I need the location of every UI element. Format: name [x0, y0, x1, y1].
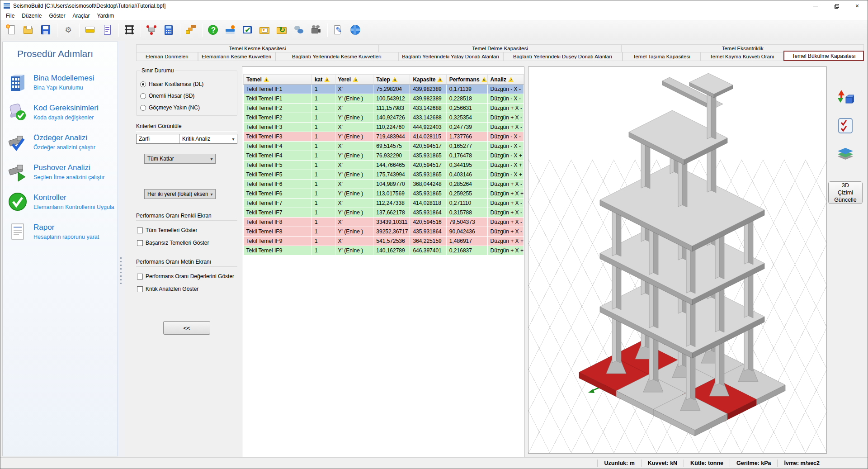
- tab-temel-delme-kapasitesi[interactable]: Temel Delme Kapasitesi: [379, 44, 622, 52]
- sort-order-badge: 3: [353, 77, 359, 82]
- table-row[interactable]: Tekil Temel IF11X'75,298204439,9823890,1…: [244, 85, 524, 94]
- table-row[interactable]: Tekil Temel IF41Y' (Enine )76,932290435,…: [244, 151, 524, 161]
- pushover-icon: [7, 161, 28, 182]
- sidebar-item--zde-er-analizi[interactable]: Özdeğer AnaliziÖzdeğer analizini çalıştı…: [3, 127, 118, 157]
- envelope-combobox[interactable]: Zarfi Kritik Analiz ▾: [136, 134, 237, 144]
- support-icon[interactable]: [292, 24, 306, 37]
- checkbox-ba-ar-s-z-temelleri-g-ster[interactable]: Başarısız Temelleri Göster: [137, 240, 237, 246]
- sidebar-item-kod-gereksinimleri[interactable]: Kod GereksinimleriKoda dayalı değişkenle…: [3, 97, 118, 127]
- table-row[interactable]: Tekil Temel IF71Y' (Enine )137,662178435…: [244, 208, 524, 218]
- menu-item-göster[interactable]: Göster: [45, 12, 69, 20]
- column-header-yerel[interactable]: Yerel3: [335, 75, 373, 85]
- update-3d-drawing-button[interactable]: 3DÇizimi Güncelle: [828, 181, 863, 204]
- menu-item-file[interactable]: File: [2, 12, 18, 20]
- settings-icon[interactable]: ⚙: [61, 24, 75, 37]
- table-row[interactable]: Tekil Temel IF51X'144,766465420,5945170,…: [244, 161, 524, 170]
- results-table-panel: Temel1kat2Yerel3Talep4Kapasite5Performan…: [242, 66, 524, 457]
- checkbox-performans-oran-de-erlerini-g-ster[interactable]: Performans Oranı Değerlerini Göster: [137, 273, 237, 280]
- tab-ba-lant-yerlerindeki-d-ey-donat-alanlar-[interactable]: Bağlantı Yerlerindeki Düşey Donatı Alanl…: [503, 52, 623, 61]
- section-cut-icon[interactable]: [84, 24, 97, 37]
- toolbar: ⚙?✔↻✎: [0, 20, 868, 40]
- web-globe-icon[interactable]: [349, 24, 363, 37]
- viewport-3d[interactable]: z x: [528, 66, 827, 454]
- table-row[interactable]: Tekil Temel IF21Y' (Enine )140,924726433…: [244, 113, 524, 123]
- table-row[interactable]: Tekil Temel IF61X'104,989770368,0442480,…: [244, 180, 524, 189]
- table-row[interactable]: Tekil Temel IF91Y' (Enine )140,162789646…: [244, 246, 524, 256]
- new-project-icon[interactable]: [5, 24, 19, 37]
- tab-elemanlar-n-kesme-kuvvetleri[interactable]: Elemanların Kesme Kuvvetleri: [198, 52, 275, 61]
- sidebar-splitter[interactable]: [118, 41, 124, 457]
- radio--nemli-hasar-sd-[interactable]: Önemli Hasar (SD): [140, 93, 233, 99]
- window-title: SeismoBuild [C:\Users\seismosoft\Desktop…: [13, 3, 165, 9]
- table-row[interactable]: Tekil Temel IF71X'112,247338414,0281180,…: [244, 199, 524, 208]
- column-header-analiz[interactable]: Analiz7: [487, 75, 524, 85]
- report-settings-icon[interactable]: [101, 24, 114, 37]
- sidebar-item-pushover-analizi[interactable]: Pushover AnaliziSeçilen İtme analizini ç…: [3, 157, 118, 187]
- sort-order-badge: 6: [481, 77, 487, 82]
- refresh-project-icon[interactable]: ↻: [275, 24, 289, 37]
- table-row[interactable]: Tekil Temel IF81Y' (Enine )39252,3671743…: [244, 227, 524, 237]
- layers-icon[interactable]: [837, 145, 854, 162]
- tab-temel-ta-ma-kapasitesi[interactable]: Temel Taşıma Kapasitesi: [623, 52, 701, 61]
- limit-state-legend: Sınır Durumu: [140, 67, 175, 74]
- results-table: Temel1kat2Yerel3Talep4Kapasite5Performan…: [243, 74, 524, 256]
- radio-g-meye-yak-n-nc-[interactable]: Göçmeye Yakın (NC): [140, 104, 233, 111]
- criteria-label: Kriterleri Görüntüle: [136, 121, 237, 129]
- floors-dropdown[interactable]: Tüm Katlar ▾: [144, 154, 216, 164]
- restore-button[interactable]: [826, 0, 847, 11]
- paint-brush-icon[interactable]: [184, 24, 198, 37]
- table-row[interactable]: Tekil Temel IF31Y' (Enine )719,483944414…: [244, 132, 524, 142]
- table-row[interactable]: Tekil Temel IF61Y' (Enine )113,017569435…: [244, 189, 524, 199]
- code-check-icon[interactable]: ✔: [241, 24, 255, 37]
- menu-item-düzenle[interactable]: Düzenle: [18, 12, 45, 20]
- table-row[interactable]: Tekil Temel IF11Y' (Enine )100,543912439…: [244, 94, 524, 104]
- calculator-icon[interactable]: [162, 24, 176, 37]
- checks-list-icon[interactable]: [837, 117, 854, 134]
- help-icon[interactable]: ?: [207, 24, 220, 37]
- video-tutorials-icon[interactable]: [310, 24, 323, 37]
- column-header-talep[interactable]: Talep4: [373, 75, 410, 85]
- sidebar-item-title: Rapor: [33, 223, 99, 232]
- table-row[interactable]: Tekil Temel IF51Y' (Enine )175,743994435…: [244, 170, 524, 180]
- sidebar-item-rapor[interactable]: RaporHesapların raporunu yarat: [3, 217, 118, 246]
- tab-ba-lant-yerlerindeki-kesme-kuvvetleri[interactable]: Bağlantı Yerlerindeki Kesme Kuvvetleri: [275, 52, 398, 61]
- close-button[interactable]: ×: [847, 0, 868, 11]
- building-modeller-icon[interactable]: [123, 24, 137, 37]
- collapse-panel-button[interactable]: <<: [163, 321, 210, 335]
- checkbox-kritik-analizleri-g-ster[interactable]: Kritik Analizleri Göster: [137, 286, 237, 292]
- viewport-tools-strip: 3DÇizimi Güncelle: [827, 64, 864, 457]
- table-row[interactable]: Tekil Temel IF81X'33439,10311420,5945167…: [244, 218, 524, 227]
- radio-hasar-k-s-tlamas-dl-[interactable]: Hasar Kısıtlaması (DL): [140, 81, 233, 87]
- tab-eleman-d-nmeleri[interactable]: Eleman Dönmeleri: [136, 52, 198, 61]
- tab-temel-kayma-kuvveti-oran-[interactable]: Temel Kayma Kuvveti Oranı: [701, 52, 783, 61]
- table-row[interactable]: Tekil Temel IF21X'111,157983433,1426880,…: [244, 104, 524, 113]
- table-row[interactable]: Tekil Temel IF31X'110,224760444,9224030,…: [244, 123, 524, 132]
- sort-order-badge: 2: [324, 77, 330, 82]
- save-icon[interactable]: [39, 24, 53, 37]
- menu-item-yardım[interactable]: Yardım: [93, 12, 118, 20]
- column-header-kapasite[interactable]: Kapasite5: [410, 75, 446, 85]
- modal-shape-icon[interactable]: [224, 24, 237, 37]
- tab-temel-kesme-kapasitesi[interactable]: Temel Kesme Kapasitesi: [136, 44, 379, 52]
- edit-note-icon[interactable]: ✎: [332, 24, 345, 37]
- sidebar-item-subtitle: Seçilen İtme analizini çalıştır: [33, 174, 105, 180]
- sidebar-item-bina-modellemesi[interactable]: Bina ModellemesiBina Yapı Kurulumu: [3, 67, 118, 97]
- checkbox-t-m-temelleri-g-ster[interactable]: Tüm Temelleri Göster: [137, 227, 237, 233]
- menu-item-araçlar[interactable]: Araçlar: [69, 12, 93, 20]
- 3d-model-icon[interactable]: [145, 24, 159, 37]
- deformed-shape-icon[interactable]: [837, 89, 854, 106]
- sidebar-item-kontroller[interactable]: KontrollerElemanların Kontrollerini Uygu…: [3, 187, 118, 217]
- sort-order-badge: 5: [437, 77, 443, 82]
- column-header-temel[interactable]: Temel1: [244, 75, 312, 85]
- table-row[interactable]: Tekil Temel IF91X'541,572536364,2251591,…: [244, 237, 524, 246]
- filter-panel: Sınır Durumu Hasar Kısıtlaması (DL)Öneml…: [136, 64, 242, 457]
- tab-ba-lant-yerlerindeki-yatay-donat-alanlar-[interactable]: Bağlantı Yerlerindeki Yatay Donatı Alanl…: [398, 52, 503, 61]
- table-row[interactable]: Tekil Temel IF41X'69,514575420,5945170,1…: [244, 142, 524, 151]
- column-header-kat[interactable]: kat2: [311, 75, 335, 85]
- column-header-performans[interactable]: Performans6: [446, 75, 487, 85]
- tab-temel-b-k-lme-kapasitesi[interactable]: Temel Bükülme Kapasitesi: [783, 51, 864, 61]
- axis-dropdown[interactable]: Her iki yerel (lokal) eksen ▾: [144, 189, 216, 199]
- report-gallery-icon[interactable]: [258, 24, 272, 37]
- open-project-icon[interactable]: [22, 24, 36, 37]
- minimize-button[interactable]: [805, 0, 826, 11]
